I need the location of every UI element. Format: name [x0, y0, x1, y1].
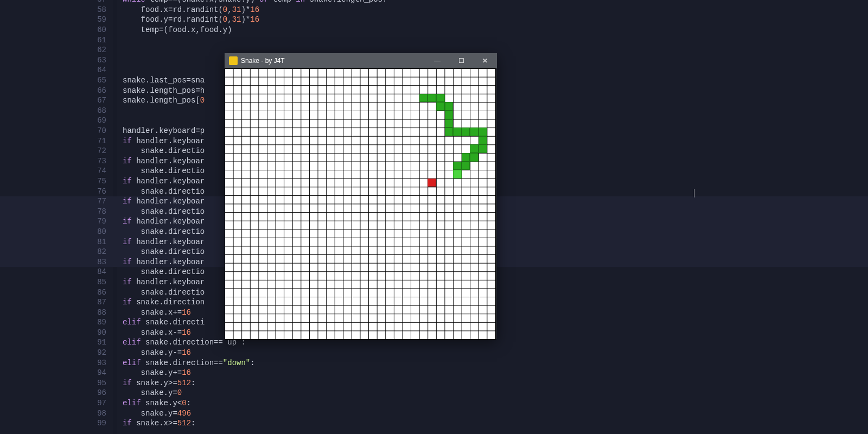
code-line[interactable]: 59 food.y=rd.randint(0,31)*16: [0, 15, 868, 25]
code-text[interactable]: temp=(food.x,food.y): [112, 25, 232, 34]
line-number: 69: [0, 116, 112, 125]
line-number: 81: [0, 238, 112, 246]
line-number: 64: [0, 66, 112, 74]
snake-segment: [470, 153, 478, 162]
code-text[interactable]: snake.directio: [112, 207, 205, 216]
code-text[interactable]: snake.directio: [112, 167, 205, 175]
code-text[interactable]: if handler.keyboar: [112, 157, 205, 165]
line-number: 75: [0, 177, 112, 186]
code-line[interactable]: 98 snake.y=496: [0, 408, 868, 418]
code-text[interactable]: snake.y-=16: [112, 348, 191, 357]
line-number: 92: [0, 348, 112, 357]
code-line[interactable]: 94 snake.y+=16: [0, 368, 868, 378]
code-text[interactable]: if handler.keyboar: [112, 137, 205, 145]
code-line[interactable]: 60 temp=(food.x,food.y): [0, 25, 868, 35]
game-titlebar[interactable]: Snake - by J4T — ☐ ✕: [225, 53, 497, 68]
code-text[interactable]: snake.directio: [112, 227, 205, 236]
snake-segment: [427, 94, 436, 103]
code-text[interactable]: food.y=rd.randint(0,31)*16: [112, 15, 259, 24]
code-line[interactable]: 61: [0, 35, 868, 45]
code-line[interactable]: 96 snake.y=0: [0, 388, 868, 398]
line-number: 89: [0, 318, 112, 327]
code-text[interactable]: elif snake.y<0:: [112, 399, 191, 407]
snake-head: [453, 170, 462, 178]
snake-segment: [445, 127, 454, 136]
line-number: 62: [0, 46, 112, 54]
code-line[interactable]: 95if snake.y>=512:: [0, 378, 868, 388]
close-button[interactable]: ✕: [473, 53, 497, 68]
maximize-button[interactable]: ☐: [449, 53, 473, 68]
snake-segment: [445, 111, 454, 119]
line-number: 86: [0, 288, 112, 297]
game-canvas[interactable]: [225, 68, 495, 339]
code-line[interactable]: 99if snake.x>=512:: [0, 418, 868, 429]
line-number: 97: [0, 399, 112, 407]
minimize-button[interactable]: —: [425, 53, 449, 68]
code-text[interactable]: food.x=rd.randint(0,31)*16: [112, 5, 259, 14]
line-number: 91: [0, 338, 112, 347]
code-text[interactable]: if handler.keyboar: [112, 177, 205, 186]
code-text[interactable]: snake.length_pos[0: [112, 96, 205, 105]
code-text[interactable]: snake.y=496: [112, 409, 191, 418]
line-number: 94: [0, 368, 112, 377]
code-text[interactable]: snake.directio: [112, 146, 205, 155]
snake-segment: [436, 94, 445, 103]
line-number: 82: [0, 247, 112, 256]
code-text[interactable]: snake.length_pos=h: [112, 86, 205, 95]
code-text[interactable]: if handler.keyboar: [112, 258, 205, 266]
code-text[interactable]: if handler.keyboar: [112, 217, 205, 226]
line-number: 70: [0, 126, 112, 135]
code-line[interactable]: 57while temp==(snake.x,snake.y) or temp …: [0, 0, 868, 5]
code-text[interactable]: elif snake.directi: [112, 318, 205, 327]
line-number: 99: [0, 419, 112, 427]
code-text[interactable]: if handler.keyboar: [112, 278, 205, 286]
snake-segment: [478, 144, 487, 153]
code-text[interactable]: snake.x+=16: [112, 308, 191, 317]
code-text[interactable]: snake.y=0: [112, 388, 182, 397]
snake-segment: [419, 94, 428, 103]
code-text[interactable]: snake.directio: [112, 267, 205, 276]
code-text[interactable]: if handler.keyboar: [112, 238, 205, 246]
line-number: 72: [0, 146, 112, 155]
line-number: 59: [0, 15, 112, 24]
line-number: 90: [0, 328, 112, 337]
snake-game-window[interactable]: Snake - by J4T — ☐ ✕: [225, 53, 497, 339]
code-text[interactable]: elif snake.direction=="down":: [112, 359, 255, 367]
line-number: 73: [0, 157, 112, 165]
snake-segment: [470, 127, 478, 136]
code-text[interactable]: snake.last_pos=sna: [112, 76, 205, 85]
line-number: 63: [0, 56, 112, 65]
code-text[interactable]: snake.x-=16: [112, 328, 191, 337]
line-number: 74: [0, 167, 112, 175]
snake-segment: [445, 102, 454, 111]
line-number: 60: [0, 25, 112, 34]
code-line[interactable]: 58 food.x=rd.randint(0,31)*16: [0, 5, 868, 15]
code-line[interactable]: 97elif snake.y<0:: [0, 398, 868, 409]
line-number: 87: [0, 298, 112, 307]
code-line[interactable]: 93elif snake.direction=="down":: [0, 358, 868, 368]
snake-segment: [478, 127, 487, 136]
code-text[interactable]: if handler.keyboar: [112, 197, 205, 206]
snake-segment: [445, 119, 454, 128]
game-grid: [225, 68, 496, 340]
snake-segment: [478, 136, 487, 145]
line-number: 77: [0, 197, 112, 206]
code-line[interactable]: 92 snake.y-=16: [0, 348, 868, 358]
code-text[interactable]: snake.y+=16: [112, 368, 191, 377]
line-number: 57: [0, 0, 112, 4]
snake-segment: [453, 162, 462, 170]
line-number: 93: [0, 359, 112, 367]
code-text[interactable]: if snake.direction: [112, 298, 205, 307]
line-number: 67: [0, 96, 112, 105]
line-number: 71: [0, 137, 112, 145]
code-text[interactable]: snake.directio: [112, 187, 205, 196]
code-text[interactable]: while temp==(snake.x,snake.y) or temp in…: [112, 0, 387, 4]
code-text[interactable]: snake.directio: [112, 288, 205, 297]
code-text[interactable]: if snake.x>=512:: [112, 419, 195, 427]
code-text[interactable]: snake.directio: [112, 247, 205, 256]
line-number: 76: [0, 187, 112, 196]
line-number: 98: [0, 409, 112, 418]
code-text[interactable]: if snake.y>=512:: [112, 379, 195, 387]
code-text[interactable]: handler.keyboard=p: [112, 126, 205, 135]
line-number: 83: [0, 258, 112, 266]
